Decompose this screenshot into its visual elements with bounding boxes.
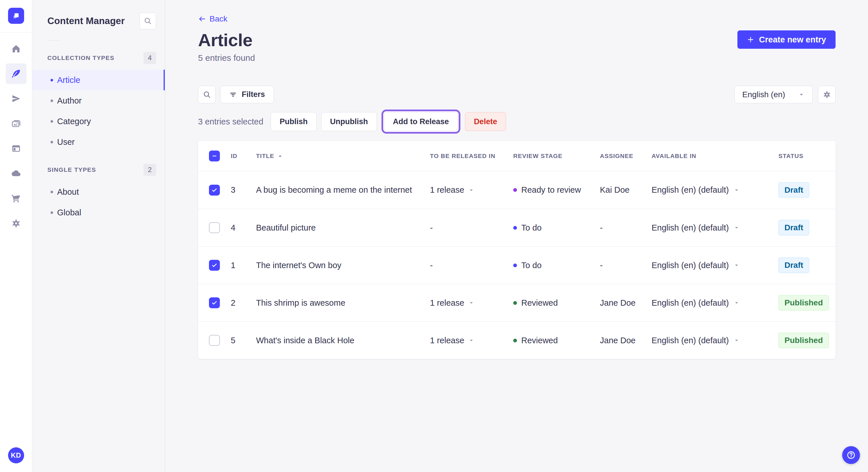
sidebar-item-article[interactable]: Article xyxy=(32,70,165,90)
nav-media-library[interactable] xyxy=(6,113,26,134)
column-header-title[interactable]: TITLE xyxy=(251,153,425,160)
single-types-count-badge: 2 xyxy=(144,164,156,176)
cell-title: Beautiful picture xyxy=(251,223,425,233)
column-header-status[interactable]: STATUS xyxy=(774,153,836,160)
row-checkbox[interactable] xyxy=(209,297,220,308)
paper-plane-icon xyxy=(11,94,21,103)
bullet-icon xyxy=(51,120,53,123)
chevron-down-icon xyxy=(798,91,805,98)
sidebar-item-label: About xyxy=(57,187,79,197)
page-title: Article xyxy=(198,30,252,50)
single-types-label: SINGLE TYPES xyxy=(48,166,96,173)
nav-home[interactable] xyxy=(6,38,26,59)
sidebar-item-author[interactable]: Author xyxy=(32,90,165,111)
nav-release[interactable] xyxy=(6,88,26,109)
check-icon xyxy=(211,262,218,269)
row-checkbox[interactable] xyxy=(209,185,220,196)
nav-settings[interactable] xyxy=(6,213,26,234)
nav-rail: KD xyxy=(0,0,32,472)
select-all-checkbox[interactable] xyxy=(209,150,220,162)
status-badge: Published xyxy=(778,333,829,348)
back-link[interactable]: Back xyxy=(198,14,227,24)
create-new-entry-button[interactable]: Create new entry xyxy=(737,30,836,49)
nav-deploy-cloud[interactable] xyxy=(6,163,26,184)
table-row[interactable]: 1 The internet's Own boy - To do - Engli… xyxy=(198,246,836,284)
chevron-down-icon[interactable] xyxy=(733,225,740,231)
chevron-down-icon[interactable] xyxy=(733,300,740,306)
minus-icon xyxy=(211,153,218,159)
filters-label: Filters xyxy=(242,90,265,99)
publish-button[interactable]: Publish xyxy=(271,112,317,131)
chevron-down-icon[interactable] xyxy=(733,337,740,343)
status-badge: Draft xyxy=(778,182,809,198)
question-circle-icon xyxy=(846,450,856,460)
home-icon xyxy=(11,44,21,54)
table-row[interactable]: 3 A bug is becoming a meme on the intern… xyxy=(198,171,836,209)
nav-content-manager[interactable] xyxy=(6,63,26,84)
entries-count: 5 entries found xyxy=(198,53,836,63)
selection-summary: 3 entries selected xyxy=(198,117,263,127)
cell-release: - xyxy=(430,223,433,233)
collection-types-section: COLLECTION TYPES 4 Article Author Catego… xyxy=(32,52,165,152)
chevron-down-icon[interactable] xyxy=(468,300,474,306)
cell-title: The internet's Own boy xyxy=(251,261,425,270)
bullet-icon xyxy=(51,100,53,102)
sidebar-search-button[interactable] xyxy=(140,12,156,29)
help-button[interactable] xyxy=(842,446,860,464)
arrow-left-icon xyxy=(198,15,206,23)
chevron-down-icon[interactable] xyxy=(733,187,740,193)
row-checkbox[interactable] xyxy=(209,335,220,346)
check-icon xyxy=(211,299,218,306)
sidebar-item-label: Author xyxy=(57,96,82,105)
cell-release: - xyxy=(430,261,433,270)
nav-marketplace[interactable] xyxy=(6,188,26,209)
column-header-release[interactable]: TO BE RELEASED IN xyxy=(425,153,508,160)
column-header-id[interactable]: ID xyxy=(226,153,251,160)
single-types-section: SINGLE TYPES 2 About Global xyxy=(32,164,165,223)
search-entries-button[interactable] xyxy=(198,86,216,103)
add-to-release-button[interactable]: Add to Release xyxy=(384,112,458,131)
sidebar-item-label: Article xyxy=(57,75,81,85)
cell-available-in: English (en) (default) xyxy=(652,261,729,270)
cell-review-stage: Reviewed xyxy=(508,336,595,345)
chevron-down-icon[interactable] xyxy=(468,337,474,343)
chevron-down-icon[interactable] xyxy=(733,262,740,268)
row-checkbox[interactable] xyxy=(209,260,220,271)
view-settings-button[interactable] xyxy=(818,86,836,103)
sidebar-divider xyxy=(48,40,61,40)
table-row[interactable]: 2 This shrimp is awesome 1 release Revie… xyxy=(198,284,836,322)
cell-release: 1 release xyxy=(430,336,464,345)
sidebar-item-global[interactable]: Global xyxy=(32,202,165,223)
cell-release: 1 release xyxy=(430,185,464,195)
cell-review-stage: To do xyxy=(508,223,595,233)
stage-dot-icon xyxy=(513,301,517,305)
column-header-available-in[interactable]: AVAILABLE IN xyxy=(647,153,774,160)
table-row[interactable]: 4 Beautiful picture - To do - English (e… xyxy=(198,209,836,246)
user-avatar[interactable]: KD xyxy=(8,447,24,463)
row-checkbox[interactable] xyxy=(209,222,220,233)
check-icon xyxy=(211,187,218,194)
nav-content-type-builder[interactable] xyxy=(6,138,26,159)
sidebar-item-label: Global xyxy=(57,208,81,217)
sidebar-item-user[interactable]: User xyxy=(32,132,165,152)
sidebar-item-label: User xyxy=(57,137,74,147)
cell-id: 2 xyxy=(226,298,251,308)
column-header-assignee[interactable]: ASSIGNEE xyxy=(595,153,647,160)
stage-dot-icon xyxy=(513,226,517,230)
sidebar-item-category[interactable]: Category xyxy=(32,111,165,132)
filters-button[interactable]: Filters xyxy=(220,86,274,103)
cell-available-in: English (en) (default) xyxy=(652,298,729,308)
search-icon xyxy=(144,16,152,25)
table-row[interactable]: 5 What's inside a Black Hole 1 release R… xyxy=(198,322,836,359)
strapi-logo[interactable] xyxy=(8,8,24,24)
sort-ascending-icon xyxy=(277,153,283,159)
unpublish-button[interactable]: Unpublish xyxy=(321,112,377,131)
chevron-down-icon[interactable] xyxy=(468,187,474,193)
sidebar-item-about[interactable]: About xyxy=(32,181,165,202)
delete-button[interactable]: Delete xyxy=(465,112,506,131)
collection-types-count-badge: 4 xyxy=(144,52,156,64)
images-icon xyxy=(11,119,21,129)
column-header-review-stage[interactable]: REVIEW STAGE xyxy=(508,153,595,160)
feather-pen-icon xyxy=(11,69,21,78)
locale-select[interactable]: English (en) xyxy=(735,86,813,103)
